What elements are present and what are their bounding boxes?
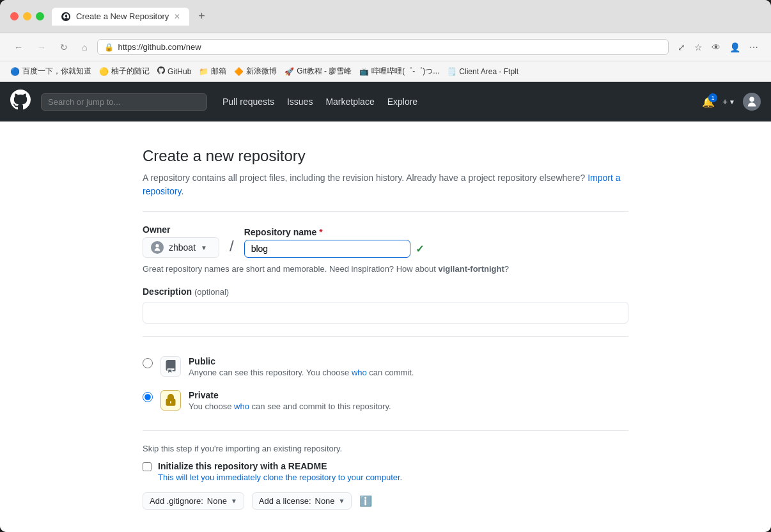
owner-label: Owner (143, 224, 219, 235)
github-header: Pull requests Issues Marketplace Explore… (0, 82, 771, 121)
close-button[interactable] (10, 12, 19, 20)
visibility-section: Public Anyone can see this repository. Y… (143, 350, 628, 418)
who-commit-link[interactable]: who (234, 402, 249, 411)
traffic-lights (10, 12, 44, 20)
optional-label: (optional) (194, 287, 229, 297)
bookmark-label: Client Area - Ftplt (459, 67, 518, 76)
public-repo-icon (160, 356, 181, 377)
repo-name-hint: Great repository names are short and mem… (143, 264, 628, 274)
notifications-bell[interactable]: 🔔 1 (702, 96, 715, 108)
gitignore-label: Add .gitignore: (150, 496, 203, 506)
translate-button[interactable]: ⤢ (675, 40, 688, 55)
address-bar[interactable]: 🔒 https://github.com/new (97, 39, 669, 55)
plus-caret: ▼ (729, 98, 735, 106)
forward-button[interactable]: → (33, 40, 50, 55)
active-tab[interactable]: Create a New Repository ✕ (52, 8, 189, 26)
form-divider-1 (143, 211, 628, 212)
owner-group: Owner zhboat ▼ (143, 224, 219, 258)
github-logo[interactable] (10, 90, 31, 114)
gitignore-value: None (207, 496, 227, 506)
who-link[interactable]: who (352, 368, 367, 377)
readme-label[interactable]: Initialize this repository with a README (158, 461, 402, 471)
extension-button[interactable]: 👁 (709, 40, 723, 55)
bookmark-label: 柚子的随记 (111, 66, 150, 77)
youzi-icon: 🟡 (99, 67, 109, 76)
description-input[interactable] (143, 302, 628, 324)
create-repo-form: Create a new repository A repository con… (143, 147, 628, 510)
readme-checkbox[interactable] (143, 462, 152, 471)
baidu-icon: 🔵 (10, 67, 20, 76)
license-select-button[interactable]: Add a license: None ▼ (252, 492, 352, 510)
init-header-text: Skip this step if you're importing an ex… (143, 444, 628, 453)
public-option-text: Public Anyone can see this repository. Y… (189, 356, 414, 377)
nav-issues[interactable]: Issues (287, 97, 313, 107)
form-subtitle: A repository contains all project files,… (143, 171, 628, 198)
maximize-button[interactable] (36, 12, 44, 20)
nav-marketplace[interactable]: Marketplace (325, 97, 374, 107)
url-text: https://github.com/new (118, 42, 662, 52)
search-input[interactable] (41, 93, 207, 111)
nav-explore[interactable]: Explore (387, 97, 417, 107)
bookmark-bilibili[interactable]: 📺 哔哩哔哩(゜-゜)つ... (359, 66, 439, 77)
public-option[interactable]: Public Anyone can see this repository. Y… (143, 350, 628, 384)
form-divider-2 (143, 336, 628, 337)
search-container[interactable] (41, 93, 207, 111)
bookmark-label: 邮箱 (211, 66, 226, 77)
user-avatar[interactable] (743, 93, 761, 111)
description-label: Description (optional) (143, 286, 628, 297)
bookmark-mail[interactable]: 📁 邮箱 (199, 66, 226, 77)
bookmark-github[interactable]: GitHub (157, 66, 191, 76)
readme-hint: This will let you immediately clone the … (158, 473, 402, 482)
repo-name-group: Repository name * ✓ (244, 227, 424, 258)
owner-avatar-sm (151, 241, 164, 254)
github-main: Create a new repository A repository con… (0, 121, 771, 532)
public-radio[interactable] (143, 358, 153, 368)
browser-navbar: ← → ↻ ⌂ 🔒 https://github.com/new ⤢ ☆ 👁 👤… (0, 33, 771, 61)
github-bm-icon (157, 66, 165, 76)
home-button[interactable]: ⌂ (78, 40, 91, 55)
readme-checkbox-row: Initialize this repository with a README… (143, 461, 628, 482)
browser-titlebar: Create a New Repository ✕ + (0, 0, 771, 33)
license-caret-icon: ▼ (339, 497, 345, 505)
minimize-button[interactable] (23, 12, 31, 20)
bookmark-weibo[interactable]: 🔶 新浪微博 (234, 66, 277, 77)
initialize-section: Skip this step if you're importing an ex… (143, 444, 628, 510)
plus-icon: + (722, 97, 728, 107)
bookmark-label: 哔哩哔哩(゜-゜)つ... (371, 66, 439, 77)
bookmark-client-area[interactable]: 🗒️ Client Area - Ftplt (447, 67, 518, 76)
profile-button[interactable]: 👤 (727, 40, 743, 55)
repo-name-input-wrap: ✓ (244, 240, 424, 258)
new-tab-button[interactable]: + (194, 8, 209, 24)
private-repo-icon (160, 390, 181, 411)
bookmark-git-tutorial[interactable]: 🚀 Git教程 - 廖雪峰 (284, 66, 352, 77)
nav-pull-requests[interactable]: Pull requests (222, 97, 274, 107)
back-button[interactable]: ← (10, 40, 27, 55)
bookmark-youzi[interactable]: 🟡 柚子的随记 (99, 66, 150, 77)
license-info-icon[interactable]: ℹ️ (359, 495, 372, 507)
create-menu-button[interactable]: + ▼ (722, 97, 735, 107)
private-radio[interactable] (143, 392, 153, 402)
git-tutorial-icon: 🚀 (284, 67, 294, 76)
github-nav: Pull requests Issues Marketplace Explore (222, 97, 417, 107)
gitignore-caret-icon: ▼ (231, 497, 237, 505)
owner-name: zhboat (169, 242, 196, 253)
bookmark-label: GitHub (167, 67, 191, 76)
tab-title: Create a New Repository (76, 12, 169, 21)
reload-button[interactable]: ↻ (56, 40, 72, 55)
bookmark-baidu[interactable]: 🔵 百度一下，你就知道 (10, 66, 91, 77)
repo-name-input[interactable] (244, 240, 410, 258)
gitignore-select-button[interactable]: Add .gitignore: None ▼ (143, 492, 244, 510)
lock-icon: 🔒 (104, 43, 114, 52)
bilibili-icon: 📺 (359, 67, 369, 76)
public-title: Public (189, 356, 414, 366)
more-button[interactable]: ⋯ (747, 40, 761, 55)
owner-select-button[interactable]: zhboat ▼ (143, 237, 219, 258)
required-indicator: * (319, 227, 322, 237)
bookmark-label: 新浪微博 (246, 66, 277, 77)
private-description: You choose who can see and commit to thi… (189, 402, 391, 411)
private-option[interactable]: Private You choose who can see and commi… (143, 384, 628, 418)
favorite-button[interactable]: ☆ (692, 40, 705, 55)
private-title: Private (189, 390, 391, 400)
form-divider-3 (143, 430, 628, 431)
tab-close-button[interactable]: ✕ (174, 12, 180, 21)
